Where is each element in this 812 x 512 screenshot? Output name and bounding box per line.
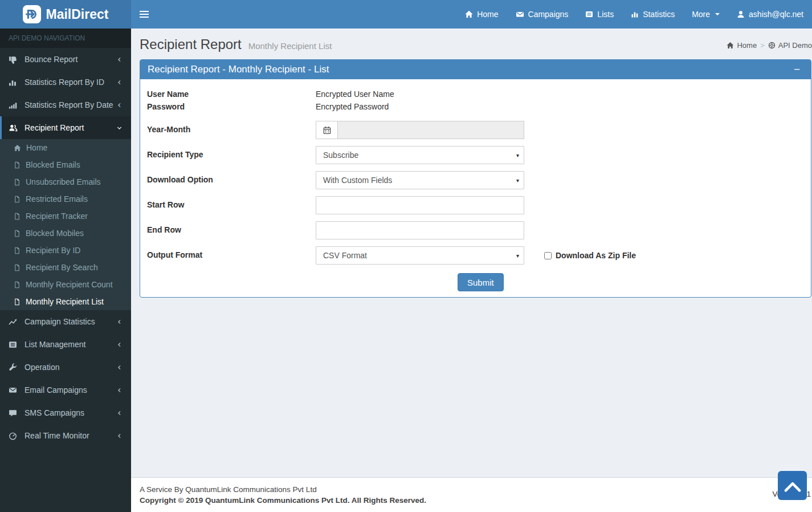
chevron-left-icon — [116, 319, 123, 325]
line-chart-icon — [9, 318, 21, 326]
breadcrumb-home[interactable]: Home — [727, 41, 757, 50]
wrench-icon — [9, 363, 21, 372]
sidebar-item-campaign-statistics[interactable]: Campaign Statistics — [0, 310, 131, 333]
chevron-left-icon — [116, 342, 123, 348]
nav-more[interactable]: More — [683, 0, 728, 29]
end-row-row: End Row — [147, 221, 804, 239]
submenu-item-unsubscribed-emails[interactable]: Unsubscribed Emails — [0, 173, 131, 190]
envelope-icon — [9, 386, 21, 394]
file-icon — [14, 247, 21, 254]
sidebar-item-statistics-report-by-id[interactable]: Statistics Report By ID — [0, 71, 131, 94]
year-month-input[interactable] — [337, 121, 524, 139]
submenu-item-monthly-recipient-count[interactable]: Monthly Recipient Count — [0, 276, 131, 293]
sidebar-item-operation[interactable]: Operation — [0, 356, 131, 379]
select-caret-icon: ▾ — [516, 253, 519, 259]
envelope-icon — [516, 10, 524, 18]
password-row: Password Encrypted Password — [147, 100, 804, 113]
top-navbar: Home Campaigns Lists Statistics More ash… — [131, 0, 812, 29]
scroll-to-top-button[interactable] — [778, 471, 807, 500]
user-name-row: User Name Encrypted User Name — [147, 88, 804, 100]
chevron-down-icon — [116, 125, 123, 131]
navbar-menu: Home Campaigns Lists Statistics More ash… — [456, 0, 812, 29]
breadcrumb-api-demo[interactable]: API Demo — [768, 41, 812, 50]
submenu-item-recipient-tracker[interactable]: Recipient Tracker — [0, 208, 131, 225]
password-value: Encrypted Password — [316, 102, 389, 111]
brand-logo[interactable]: MailDirect — [0, 0, 131, 29]
output-format-select[interactable]: CSV Format ▾ — [316, 246, 524, 265]
select-caret-icon: ▾ — [516, 177, 519, 184]
recipient-type-select[interactable]: Subscribe ▾ — [316, 146, 524, 164]
submenu-item-recipient-by-id[interactable]: Recipient By ID — [0, 242, 131, 259]
chevron-left-icon — [116, 102, 123, 108]
user-name-value: Encrypted User Name — [316, 90, 394, 99]
download-as-zip-checkbox[interactable] — [544, 252, 552, 259]
file-icon — [14, 178, 21, 186]
sidebar-item-list-management[interactable]: List Management — [0, 333, 131, 356]
panel-title: Recipient Report - Monthly Recipient - L… — [148, 64, 329, 75]
breadcrumb-separator: > — [760, 41, 765, 50]
nav-user-account[interactable]: ashish@qlc.net — [728, 0, 812, 29]
bar-chart-icon — [9, 78, 21, 87]
calendar-icon[interactable] — [316, 121, 337, 139]
chevron-left-icon — [116, 364, 123, 371]
page-title: Recipient Report — [140, 36, 242, 52]
thumbs-down-icon — [9, 55, 21, 64]
submenu-item-recipient-by-search[interactable]: Recipient By Search — [0, 259, 131, 276]
main-content: Recipient Report Monthly Recipient List … — [131, 29, 812, 477]
chevron-left-icon — [116, 56, 123, 63]
user-icon — [737, 10, 745, 18]
home-icon — [14, 144, 21, 152]
chevron-left-icon — [116, 387, 123, 393]
file-icon — [14, 161, 21, 169]
download-option-label: Download Option — [147, 171, 316, 184]
nav-campaigns[interactable]: Campaigns — [507, 0, 577, 29]
nav-home[interactable]: Home — [456, 0, 507, 29]
submenu-item-monthly-recipient-list[interactable]: Monthly Recipient List — [0, 293, 131, 310]
life-ring-icon — [768, 42, 776, 49]
end-row-label: End Row — [147, 221, 316, 234]
sidebar-item-recipient-report[interactable]: Recipient Report — [0, 116, 131, 139]
collapse-panel-button[interactable]: − — [790, 66, 803, 74]
file-icon — [14, 298, 21, 306]
select-caret-icon: ▾ — [516, 152, 519, 159]
panel-body: User Name Encrypted User Name Password E… — [140, 79, 811, 297]
submenu-item-home[interactable]: Home — [0, 139, 131, 156]
breadcrumb: Home > API Demo — [727, 41, 812, 50]
download-option-row: Download Option With Custom Fields ▾ — [147, 171, 804, 189]
panel-header: Recipient Report - Monthly Recipient - L… — [140, 60, 811, 79]
sidebar-toggle-button[interactable] — [131, 0, 157, 29]
brand-name: MailDirect — [46, 7, 109, 22]
year-month-row: Year-Month — [147, 121, 804, 139]
end-row-input[interactable] — [316, 221, 524, 239]
page-footer: A Service By QuantumLink Communications … — [131, 477, 812, 512]
sidebar-section-header: API DEMO NAVIGATION — [0, 29, 131, 48]
submenu-item-blocked-emails[interactable]: Blocked Emails — [0, 156, 131, 173]
chevron-up-icon — [782, 478, 803, 493]
list-alt-icon — [9, 340, 21, 349]
submenu-item-blocked-mobiles[interactable]: Blocked Mobiles — [0, 225, 131, 242]
sidebar-item-real-time-monitor[interactable]: Real Time Monitor — [0, 424, 131, 447]
nav-lists[interactable]: Lists — [577, 0, 622, 29]
chevron-left-icon — [116, 410, 123, 416]
sidebar-item-statistics-report-by-date[interactable]: Statistics Report By Date — [0, 94, 131, 116]
comment-icon — [9, 409, 21, 417]
content-wrapper: Recipient Report Monthly Recipient List … — [131, 29, 812, 512]
footer-copyright-line: Copyright © 2019 QuantumLink Communicati… — [140, 496, 803, 505]
download-as-zip-label: Download As Zip File — [556, 251, 636, 260]
sidebar-item-bounce-report[interactable]: Bounce Report — [0, 48, 131, 71]
file-icon — [14, 196, 21, 203]
maildirect-arrow-icon — [23, 5, 41, 23]
start-row-row: Start Row — [147, 196, 804, 214]
submenu-item-restricted-emails[interactable]: Restricted Emails — [0, 190, 131, 208]
output-format-row: Output Format CSV Format ▾ Download As Z… — [147, 246, 804, 265]
download-option-select[interactable]: With Custom Fields ▾ — [316, 171, 524, 189]
password-label: Password — [147, 102, 316, 111]
sidebar-item-sms-campaigns[interactable]: SMS Campaigns — [0, 401, 131, 424]
footer-service-line: A Service By QuantumLink Communications … — [140, 485, 803, 494]
top-header: MailDirect Home Campaigns Lists Statisti… — [0, 0, 812, 29]
sidebar-item-email-campaigns[interactable]: Email Campaigns — [0, 379, 131, 401]
submit-button[interactable]: Submit — [458, 273, 504, 291]
download-as-zip-group[interactable]: Download As Zip File — [544, 246, 636, 260]
start-row-input[interactable] — [316, 196, 524, 214]
nav-statistics[interactable]: Statistics — [622, 0, 683, 29]
